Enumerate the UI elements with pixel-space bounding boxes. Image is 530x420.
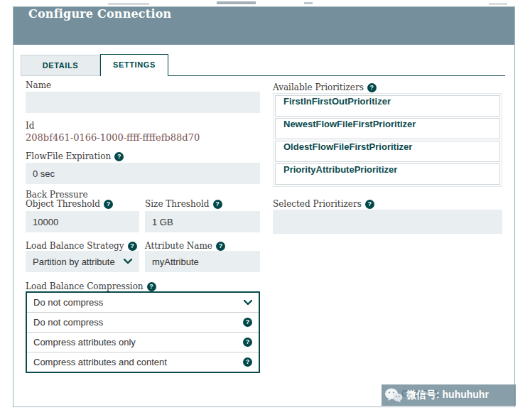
flowfile-expiration-input[interactable] [26, 163, 260, 184]
combo-selected-value[interactable]: Do not compress [27, 293, 259, 312]
help-icon[interactable]: ? [243, 357, 252, 367]
tab-details[interactable]: DETAILS [21, 55, 100, 76]
size-threshold-input[interactable] [145, 211, 260, 232]
configure-connection-dialog: Configure Connection DETAILS SETTINGS Na… [13, 6, 515, 407]
combo-option-compress-attributes-and-content[interactable]: Compress attributes and content ? [27, 352, 259, 372]
help-icon[interactable]: ? [243, 318, 252, 327]
help-icon[interactable]: ? [243, 338, 252, 347]
help-icon[interactable]: ? [104, 200, 113, 209]
chevron-down-icon [244, 300, 252, 306]
size-threshold-label: Size Threshold ? [145, 199, 222, 209]
page: Configure Connection DETAILS SETTINGS Na… [0, 0, 530, 420]
selected-prioritizers-dropzone[interactable] [273, 210, 502, 234]
help-icon[interactable]: ? [216, 242, 225, 251]
help-icon[interactable]: ? [147, 282, 156, 291]
tab-bar: DETAILS SETTINGS [21, 54, 168, 76]
tab-bar-underline [168, 75, 505, 76]
wechat-icon [384, 387, 403, 403]
tab-settings[interactable]: SETTINGS [100, 54, 168, 76]
watermark-text: 微信号: huhuhuhr [406, 389, 489, 402]
name-input[interactable] [26, 92, 260, 113]
load-balance-compression-label: Load Balance Compression ? [26, 281, 156, 291]
clipped-background-text [489, 3, 507, 5]
object-threshold-input[interactable] [26, 211, 139, 232]
prioritizer-item[interactable]: NewestFlowFileFirstPrioritizer [275, 118, 500, 139]
available-prioritizers-label: Available Prioritizers ? [273, 82, 377, 92]
watermark: 微信号: huhuhuhr [382, 384, 516, 406]
prioritizer-item[interactable]: OldestFlowFileFirstPrioritizer [275, 141, 500, 162]
combo-option-compress-attributes-only[interactable]: Compress attributes only ? [27, 332, 259, 352]
flowfile-expiration-label: FlowFile Expiration ? [26, 151, 124, 161]
clipped-background-text [108, 3, 149, 5]
help-icon[interactable]: ? [128, 242, 137, 251]
object-threshold-label: Object Threshold ? [26, 199, 113, 209]
name-label: Name [26, 80, 51, 90]
prioritizer-item[interactable]: FirstInFirstOutPrioritizer [275, 95, 500, 117]
clipped-background-text [217, 1, 256, 4]
clipped-background-text [304, 2, 313, 4]
load-balance-strategy-select[interactable]: Partition by attribute [26, 251, 139, 272]
help-icon[interactable]: ? [213, 200, 222, 209]
back-pressure-group-label: Back Pressure [26, 190, 88, 200]
available-prioritizers-list: FirstInFirstOutPrioritizer NewestFlowFil… [273, 93, 502, 187]
dialog-header: Configure Connection [13, 7, 514, 45]
attribute-name-label: Attribute Name ? [145, 241, 225, 251]
id-value: 208bf461-0166-1000-ffff-ffffefb88d70 [26, 132, 200, 143]
load-balance-compression-combo: Do not compress Do not compress ? Compre… [26, 291, 260, 373]
help-icon[interactable]: ? [365, 200, 374, 209]
help-icon[interactable]: ? [367, 83, 377, 92]
dialog-title: Configure Connection [13, 7, 514, 21]
selected-prioritizers-label: Selected Prioritizers ? [273, 199, 374, 209]
prioritizer-item[interactable]: PriorityAttributePrioritizer [275, 163, 500, 185]
chevron-down-icon [124, 259, 132, 264]
load-balance-strategy-label: Load Balance Strategy ? [26, 241, 137, 251]
attribute-name-input[interactable] [145, 251, 260, 272]
combo-option-do-not-compress[interactable]: Do not compress ? [27, 312, 259, 332]
id-label: Id [26, 121, 34, 131]
help-icon[interactable]: ? [114, 152, 124, 161]
